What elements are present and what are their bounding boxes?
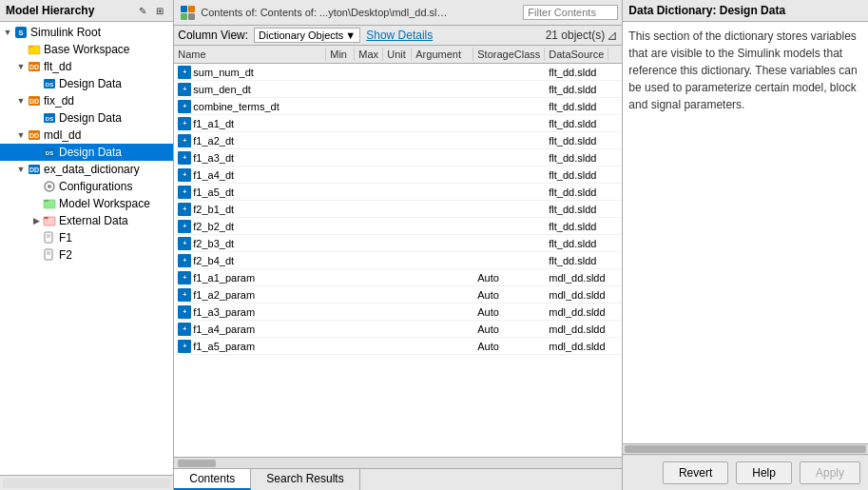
col-header-name: Name [174,48,326,61]
tree-item-f1[interactable]: F1 [0,229,173,246]
table-row[interactable]: + sum_num_dt flt_dd.sldd [174,64,622,81]
panel-header: Model Hierarchy ✎ ⊞ [0,0,173,22]
tree-item-flt-dd[interactable]: ▼ DD flt_dd [0,58,173,75]
cell-datasource: mdl_dd.sldd [545,271,622,284]
table-row[interactable]: + f2_b2_dt flt_dd.sldd [174,218,622,235]
tree-item-design-data-1[interactable]: DS Design Data [0,75,173,92]
flt-dd-icon: DD [27,59,42,74]
cell-argument [412,328,473,330]
tab-search-results[interactable]: Search Results [251,469,359,490]
row-icon: + [178,340,191,353]
tree-item-ex-data-dict[interactable]: ▼ DD ex_data_dictionary [0,161,173,178]
tree-item-f2[interactable]: F2 [0,246,173,264]
cell-name: + sum_num_dt [174,65,326,80]
cell-argument [412,260,473,262]
table-row[interactable]: + f2_b4_dt flt_dd.sldd [174,252,622,269]
lock-icon[interactable]: ⊞ [152,3,167,18]
object-count-text: 21 object(s) [546,29,606,42]
row-icon: + [178,305,191,319]
arrow-fix-dd[interactable]: ▼ [15,96,27,106]
cell-max [355,174,383,176]
cell-unit [383,294,412,296]
svg-text:DS: DS [46,116,53,122]
ex-data-dict-icon: DD [27,162,42,177]
left-panel-scrollbar[interactable] [0,475,173,490]
arrow-external[interactable]: ▶ [30,216,42,225]
help-button[interactable]: Help [736,461,792,484]
cell-argument [412,277,473,279]
cell-min [326,88,355,90]
tab-contents[interactable]: Contents [174,469,251,490]
table-row[interactable]: + f1_a5_dt flt_dd.sldd [174,184,622,201]
mdl-dd-icon: DD [27,127,42,143]
right-scrollbar[interactable] [623,443,868,455]
table-row[interactable]: + f2_b3_dt flt_dd.sldd [174,235,622,252]
filter-input[interactable] [523,5,618,20]
arrow-flt-dd[interactable]: ▼ [15,62,27,71]
cell-unit [383,106,412,108]
table-row[interactable]: + f1_a4_param Auto mdl_dd.sldd [174,321,622,338]
cell-storageclass [473,208,545,210]
cell-unit [383,243,412,245]
cell-datasource: flt_dd.sldd [545,220,622,233]
arrow-simulink-root[interactable]: ▼ [2,28,13,37]
table-row[interactable]: + f1_a3_param Auto mdl_dd.sldd [174,304,622,321]
tree-item-fix-dd[interactable]: ▼ DD fix_dd [0,92,173,109]
table-row[interactable]: + f2_b1_dt flt_dd.sldd [174,201,622,218]
cell-argument [412,106,473,108]
cell-max [355,345,383,347]
cell-min [326,225,355,227]
cell-argument [412,191,473,193]
apply-button[interactable]: Apply [800,461,860,484]
design-data-3-icon: DS [42,145,57,160]
show-details-link[interactable]: Show Details [366,29,433,42]
tree-item-base-workspace[interactable]: Base Workspace [0,41,173,58]
table-row[interactable]: + f1_a4_dt flt_dd.sldd [174,167,622,184]
horizontal-scrollbar[interactable] [174,457,622,468]
table-row[interactable]: + combine_terms_dt flt_dd.sldd [174,98,622,115]
cell-max [355,123,383,125]
tree-item-design-data-2[interactable]: DS Design Data [0,109,173,127]
cell-argument [412,345,473,347]
row-icon: + [178,168,191,182]
cell-name: + combine_terms_dt [174,99,326,114]
cell-datasource: flt_dd.sldd [545,203,622,216]
cell-unit [383,345,412,347]
svg-text:DS: DS [46,82,53,88]
edit-icon[interactable]: ✎ [135,3,150,18]
cell-name: + sum_den_dt [174,82,326,97]
tree-item-configurations[interactable]: Configurations [0,178,173,195]
right-buttons: Revert Help Apply [623,455,868,490]
filter-funnel-icon[interactable]: ⊿ [607,28,618,43]
arrow-mdl-dd[interactable]: ▼ [15,130,27,140]
design-data-2-icon: DS [42,110,57,126]
table-row[interactable]: + sum_den_dt flt_dd.sldd [174,81,622,98]
contents-icon [178,3,197,22]
column-view-select[interactable]: Dictionary Objects ▼ [254,28,360,43]
f2-icon [42,247,57,263]
table-row[interactable]: + f1_a5_param Auto mdl_dd.sldd [174,338,622,355]
table-row[interactable]: + f1_a3_dt flt_dd.sldd [174,149,622,167]
tree-item-simulink-root[interactable]: ▼ S Simulink Root [0,24,173,41]
cell-max [355,328,383,330]
model-workspace-icon [42,196,57,211]
table-row[interactable]: + f1_a2_param Auto mdl_dd.sldd [174,286,622,304]
column-view-selected: Dictionary Objects [259,29,343,41]
cell-max [355,225,383,227]
table-row[interactable]: + f1_a1_dt flt_dd.sldd [174,115,622,132]
tree-item-external-data[interactable]: ▶ External Data [0,212,173,229]
tree-item-design-data-3[interactable]: DS Design Data [0,144,173,161]
arrow-ex-dict[interactable]: ▼ [15,165,27,174]
ex-data-dict-label: ex_data_dictionary [44,163,140,176]
tree-item-mdl-dd[interactable]: ▼ DD mdl_dd [0,127,173,144]
external-data-icon [42,213,57,228]
table-row[interactable]: + f1_a1_param Auto mdl_dd.sldd [174,269,622,286]
table-row[interactable]: + f1_a2_dt flt_dd.sldd [174,132,622,149]
cell-unit [383,191,412,193]
revert-button[interactable]: Revert [663,461,728,484]
middle-tabs: Contents Search Results [174,468,622,490]
configurations-icon [42,179,57,194]
simulink-root-label: Simulink Root [30,26,101,39]
cell-min [326,71,355,73]
tree-item-model-workspace[interactable]: Model Workspace [0,195,173,212]
